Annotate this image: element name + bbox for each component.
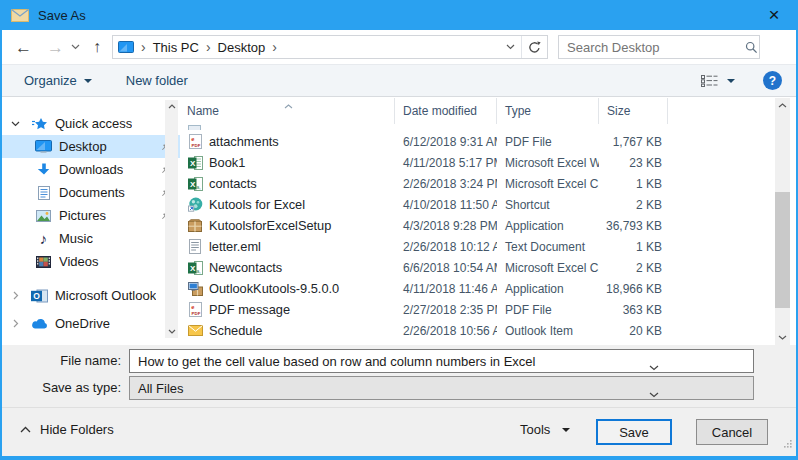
table-row[interactable]: XBook1 4/11/2018 5:17 PM Microsoft Excel… bbox=[187, 152, 772, 173]
tools-button[interactable]: Tools bbox=[520, 422, 570, 437]
chevron-right-icon[interactable] bbox=[8, 319, 23, 328]
sidebar-item-videos[interactable]: Videos bbox=[2, 250, 180, 273]
column-header-type[interactable]: Type bbox=[497, 98, 599, 124]
resize-grip[interactable] bbox=[783, 434, 792, 452]
file-size: 1,767 KB bbox=[599, 135, 668, 149]
file-name-row: File name: bbox=[2, 349, 796, 373]
svg-text:X: X bbox=[190, 179, 196, 188]
refresh-icon[interactable] bbox=[521, 36, 547, 58]
scrollbar-thumb[interactable] bbox=[775, 192, 790, 308]
change-view-button[interactable] bbox=[701, 75, 735, 87]
envelope-icon bbox=[11, 9, 29, 22]
command-toolbar: Organize New folder ? bbox=[2, 64, 796, 97]
table-row[interactable]: ePDFattachments 6/12/2018 9:31 AM PDF Fi… bbox=[187, 131, 772, 152]
sidebar-item-desktop[interactable]: Desktop bbox=[2, 135, 180, 158]
file-type: Microsoft Excel C... bbox=[497, 261, 599, 275]
scroll-down-icon[interactable] bbox=[775, 330, 790, 345]
file-name: letter.eml bbox=[209, 239, 261, 254]
chevron-down-icon[interactable] bbox=[649, 357, 659, 375]
file-type: Shortcut bbox=[497, 198, 599, 212]
new-folder-button[interactable]: New folder bbox=[126, 73, 188, 88]
chevron-down-icon bbox=[727, 79, 735, 83]
file-name-input[interactable] bbox=[129, 349, 754, 373]
chevron-right-icon[interactable] bbox=[8, 291, 23, 300]
file-list-scrollbar[interactable] bbox=[775, 98, 790, 345]
sort-ascending-icon bbox=[284, 98, 293, 112]
chevron-down-icon[interactable] bbox=[8, 121, 23, 127]
sidebar-item-downloads[interactable]: Downloads bbox=[2, 158, 180, 181]
text-document-icon bbox=[187, 239, 203, 254]
file-date: 6/6/2018 10:54 AM bbox=[395, 261, 497, 275]
hide-folders-button[interactable]: Hide Folders bbox=[20, 422, 114, 437]
organize-button[interactable]: Organize bbox=[24, 73, 92, 88]
save-button[interactable]: Save bbox=[596, 419, 672, 445]
save-as-dialog: Save As × ← → ↑ › This PC › Desktop › bbox=[0, 0, 798, 460]
column-header-date-modified[interactable]: Date modified bbox=[395, 98, 497, 124]
address-bar[interactable]: › This PC › Desktop › bbox=[112, 35, 548, 59]
save-as-type-value: All Files bbox=[138, 381, 184, 396]
sidebar-scrollbar[interactable] bbox=[165, 100, 178, 338]
file-type: Text Document bbox=[497, 240, 599, 254]
quick-access-star-icon bbox=[31, 117, 48, 131]
table-row[interactable]: letter.eml 2/26/2018 10:12 AM Text Docum… bbox=[187, 236, 772, 257]
search-input[interactable] bbox=[559, 40, 743, 55]
sidebar-item-documents[interactable]: Documents bbox=[2, 181, 180, 204]
sidebar-item-quick-access[interactable]: Quick access bbox=[2, 112, 180, 135]
table-row[interactable]: Kutools for Excel 4/10/2018 11:50 AM Sho… bbox=[187, 194, 772, 215]
save-as-type-select[interactable]: All Files bbox=[129, 376, 754, 400]
sidebar-item-onedrive[interactable]: OneDrive bbox=[2, 312, 180, 335]
chevron-down-icon[interactable] bbox=[649, 384, 659, 402]
save-as-type-label: Save as type: bbox=[2, 380, 121, 395]
sidebar-item-music[interactable]: ♪ Music bbox=[2, 227, 180, 250]
recent-locations-chevron-icon[interactable] bbox=[71, 44, 80, 50]
pdf-file-icon: ePDF bbox=[187, 302, 203, 317]
address-dropdown-chevron-icon[interactable] bbox=[499, 36, 521, 58]
crumb-separator: › bbox=[141, 39, 146, 55]
sidebar-item-pictures[interactable]: Pictures bbox=[2, 204, 180, 227]
file-date: 2/27/2018 2:35 PM bbox=[395, 303, 497, 317]
close-icon[interactable]: × bbox=[752, 0, 796, 30]
breadcrumb-this-pc[interactable]: This PC bbox=[153, 40, 199, 55]
main-area: Quick access Desktop Downloads bbox=[2, 98, 796, 345]
search-box[interactable] bbox=[558, 35, 760, 59]
table-row[interactable]: Schedule 2/26/2018 10:56 AM Outlook Item… bbox=[187, 320, 772, 341]
crumb-separator: › bbox=[206, 39, 211, 55]
file-list: Name Date modified Type Size ePDFattachm… bbox=[180, 98, 796, 345]
sidebar-item-microsoft-outlook[interactable]: O Microsoft Outlook bbox=[2, 284, 180, 307]
back-button[interactable]: ← bbox=[15, 39, 32, 56]
pictures-icon bbox=[35, 210, 52, 222]
outlook-icon: O bbox=[31, 289, 48, 303]
cancel-button[interactable]: Cancel bbox=[696, 419, 768, 445]
toolbar-right-group: ? bbox=[701, 71, 796, 90]
column-header-size[interactable]: Size bbox=[599, 98, 668, 124]
table-row[interactable]: a,Xcontacts 2/26/2018 3:24 PM Microsoft … bbox=[187, 173, 772, 194]
table-row[interactable]: KutoolsforExcelSetup 4/3/2018 9:28 PM Ap… bbox=[187, 215, 772, 236]
scroll-up-icon[interactable] bbox=[165, 100, 178, 113]
search-icon[interactable] bbox=[743, 41, 759, 54]
table-row[interactable]: OutlookKutools-9.5.0.0 4/11/2018 11:46 A… bbox=[187, 278, 772, 299]
help-icon[interactable]: ? bbox=[763, 71, 782, 90]
table-row[interactable]: a,XNewcontacts 6/6/2018 10:54 AM Microso… bbox=[187, 257, 772, 278]
file-name-label: File name: bbox=[2, 353, 121, 368]
sidebar-item-label: Downloads bbox=[59, 162, 123, 177]
breadcrumb-desktop[interactable]: Desktop bbox=[218, 40, 266, 55]
forward-button[interactable]: → bbox=[47, 39, 64, 56]
file-name-section: File name: Save as type: All Files bbox=[2, 345, 796, 407]
table-row[interactable]: ePDFPDF message 2/27/2018 2:35 PM PDF Fi… bbox=[187, 299, 772, 320]
file-name: contacts bbox=[209, 176, 257, 191]
sidebar-item-label: Quick access bbox=[55, 116, 132, 131]
svg-text:PDF: PDF bbox=[191, 143, 200, 148]
chevron-up-icon bbox=[20, 426, 31, 433]
music-icon: ♪ bbox=[35, 231, 52, 246]
scroll-up-icon[interactable] bbox=[775, 98, 790, 113]
up-button[interactable]: ↑ bbox=[93, 39, 101, 55]
file-name: attachments bbox=[209, 134, 279, 149]
column-header-row: Name Date modified Type Size bbox=[180, 98, 796, 124]
file-type: Microsoft Excel C... bbox=[497, 177, 599, 191]
sidebar-item-label: Music bbox=[59, 231, 93, 246]
shortcut-icon bbox=[187, 197, 203, 212]
file-name: OutlookKutools-9.5.0.0 bbox=[209, 281, 339, 296]
file-size: 23 KB bbox=[599, 156, 668, 170]
scroll-down-icon[interactable] bbox=[165, 325, 178, 338]
videos-icon bbox=[35, 256, 52, 268]
